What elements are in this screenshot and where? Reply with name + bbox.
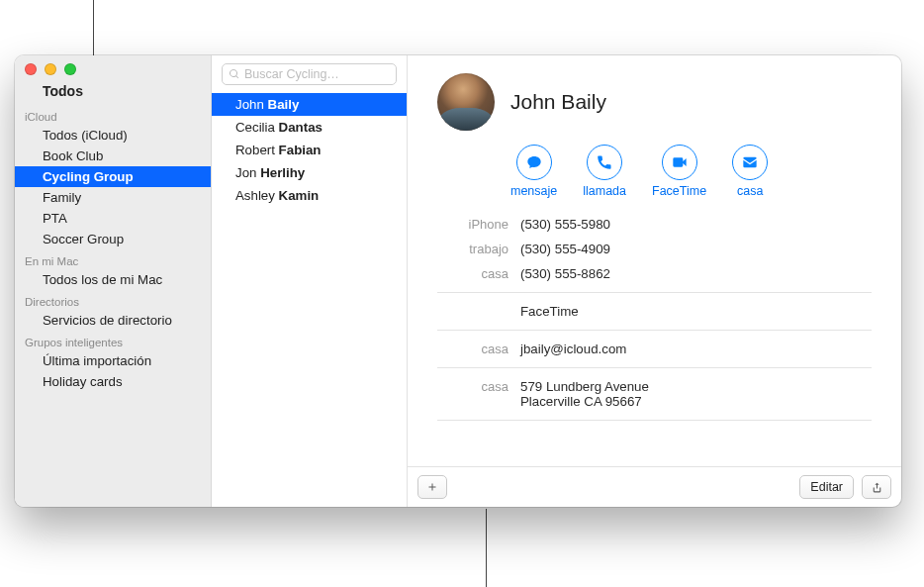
sidebar-item[interactable]: Holiday cards <box>15 371 211 392</box>
facetime-label: FaceTime <box>652 184 706 198</box>
phone-label: casa <box>437 266 508 281</box>
call-label: llamada <box>583 184 626 198</box>
phone-row[interactable]: iPhone(530) 555-5980 <box>437 212 872 237</box>
sidebar-item[interactable]: PTA <box>15 208 211 229</box>
contact-list-column: Buscar Cycling… John BailyCecilia Dantas… <box>212 55 408 507</box>
email-label: casa <box>437 342 508 356</box>
contact-name: John Baily <box>510 90 606 114</box>
phone-value: (530) 555-5980 <box>520 217 872 232</box>
phone-label: iPhone <box>437 217 508 232</box>
contacts-window: Todos iCloudTodos (iCloud)Book ClubCycli… <box>15 55 901 507</box>
annotation-line-top <box>93 0 94 55</box>
facetime-button[interactable]: FaceTime <box>652 145 706 198</box>
address-label: casa <box>437 379 508 394</box>
contact-row[interactable]: John Baily <box>212 93 407 116</box>
sidebar-section-title: iCloud <box>15 105 211 125</box>
contact-first-name: John <box>235 97 268 112</box>
share-button[interactable] <box>862 475 891 499</box>
sidebar-all-contacts[interactable]: Todos <box>15 81 211 105</box>
sidebar-item[interactable]: Cycling Group <box>15 166 211 187</box>
annotation-line-bottom <box>486 509 487 587</box>
contact-row[interactable]: Ashley Kamin <box>212 184 407 207</box>
contact-last-name: Fabian <box>279 143 322 157</box>
phone-row[interactable]: trabajo(530) 555-4909 <box>437 237 872 261</box>
contact-detail-pane: John Baily mensaje llamada FaceTime <box>408 55 901 507</box>
sidebar-section-title: Directorios <box>15 290 211 310</box>
message-button[interactable]: mensaje <box>510 145 557 198</box>
contact-row[interactable]: Jon Herlihy <box>212 161 407 184</box>
email-row[interactable]: casa jbaily@icloud.com <box>437 337 872 361</box>
sidebar-item[interactable]: Book Club <box>15 146 211 166</box>
contact-last-name: Baily <box>268 97 300 112</box>
phone-value: (530) 555-4909 <box>520 242 872 256</box>
minimize-window-button[interactable] <box>45 63 56 75</box>
sidebar-item[interactable]: Servicios de directorio <box>15 310 211 331</box>
contact-first-name: Cecilia <box>235 120 279 135</box>
contact-first-name: Ashley <box>235 188 279 203</box>
contact-last-name: Kamin <box>279 188 320 203</box>
facetime-row-value: FaceTime <box>520 304 872 319</box>
phone-label: trabajo <box>437 242 508 256</box>
close-window-button[interactable] <box>25 63 37 75</box>
video-icon <box>672 154 688 170</box>
email-button[interactable]: casa <box>732 145 768 198</box>
sidebar-item[interactable]: Todos (iCloud) <box>15 125 211 146</box>
phone-row[interactable]: casa(530) 555-8862 <box>437 261 872 286</box>
separator <box>437 330 872 331</box>
facetime-row[interactable]: FaceTime <box>437 299 872 324</box>
phone-icon <box>597 154 612 170</box>
separator <box>437 420 872 421</box>
address-value: 579 Lundberg Avenue Placerville CA 95667 <box>520 379 872 409</box>
address-line1: 579 Lundberg Avenue <box>520 379 872 394</box>
contact-last-name: Herlihy <box>260 165 305 180</box>
contacts-list: John BailyCecilia DantasRobert FabianJon… <box>212 93 407 507</box>
contact-first-name: Jon <box>235 165 260 180</box>
search-input[interactable]: Buscar Cycling… <box>222 63 397 85</box>
contact-first-name: Robert <box>235 143 279 157</box>
message-icon <box>526 154 542 170</box>
phone-value: (530) 555-8862 <box>520 266 872 281</box>
separator <box>437 367 872 368</box>
sidebar-item[interactable]: Family <box>15 187 211 208</box>
sidebar-item[interactable]: Última importación <box>15 350 211 371</box>
message-label: mensaje <box>510 184 557 198</box>
email-action-label: casa <box>737 184 763 198</box>
share-icon <box>871 481 883 494</box>
sidebar-section-title: Grupos inteligentes <box>15 331 211 350</box>
call-button[interactable]: llamada <box>583 145 626 198</box>
sidebar-item[interactable]: Todos los de mi Mac <box>15 269 211 290</box>
window-traffic-lights <box>15 55 211 81</box>
contact-actions: mensaje llamada FaceTime casa <box>437 145 872 198</box>
search-placeholder: Buscar Cycling… <box>244 67 339 81</box>
sidebar-item[interactable]: Soccer Group <box>15 229 211 249</box>
avatar[interactable] <box>437 73 495 131</box>
contact-last-name: Dantas <box>279 120 323 135</box>
add-button[interactable] <box>417 475 447 499</box>
zoom-window-button[interactable] <box>64 63 76 75</box>
edit-button[interactable]: Editar <box>799 475 854 499</box>
contact-row[interactable]: Cecilia Dantas <box>212 116 407 139</box>
search-icon <box>229 68 240 80</box>
sidebar: Todos iCloudTodos (iCloud)Book ClubCycli… <box>15 55 212 507</box>
address-row[interactable]: casa 579 Lundberg Avenue Placerville CA … <box>437 374 872 414</box>
contact-row[interactable]: Robert Fabian <box>212 139 407 161</box>
sidebar-section-title: En mi Mac <box>15 249 211 269</box>
separator <box>437 292 872 293</box>
mail-icon <box>742 154 758 170</box>
detail-toolbar: Editar <box>408 466 901 507</box>
address-line2: Placerville CA 95667 <box>520 394 872 409</box>
email-value: jbaily@icloud.com <box>520 342 872 356</box>
plus-icon <box>426 481 438 493</box>
